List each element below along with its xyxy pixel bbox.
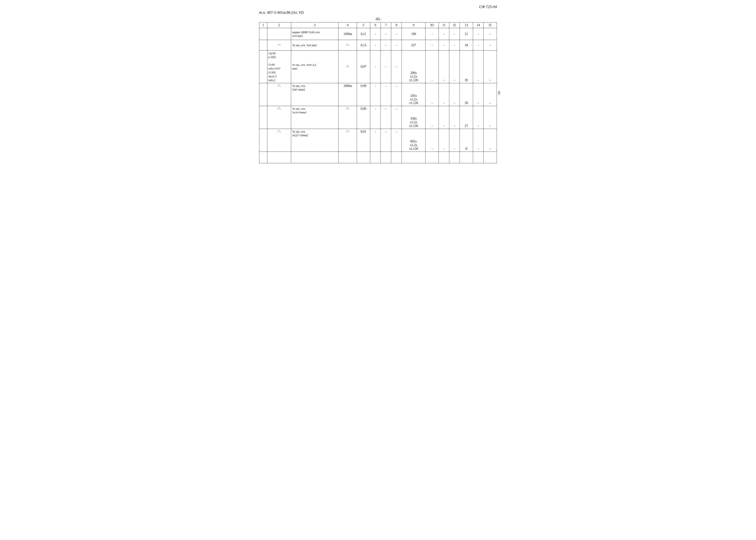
col-header-3: 3 — [291, 22, 339, 28]
cell-5-14: - — [473, 106, 484, 129]
cell-5-15: - — [484, 106, 497, 129]
cell-3-5: 0,07 — [357, 51, 370, 83]
col-header-9: 9 — [402, 22, 426, 28]
cell-5-5: 0,06 — [357, 106, 370, 129]
cell-7-3 — [291, 152, 339, 163]
cell-7-11 — [439, 152, 449, 163]
cell-6-14: - — [473, 129, 484, 152]
cell-7-14 — [473, 152, 484, 163]
cell-5-11: - — [439, 106, 449, 129]
cell-4-8: - — [391, 83, 402, 106]
cell-2-2: -"- — [267, 40, 291, 51]
cell-7-12 — [449, 152, 460, 163]
cell-1-10: - — [426, 28, 439, 40]
cell-7-15 — [484, 152, 497, 163]
cell-6-5: 0,01 — [357, 129, 370, 152]
cell-5-1 — [260, 106, 268, 129]
cell-5-2: -"- — [267, 106, 291, 129]
cell-6-3: То же, сеч.3х25+10мм2 — [291, 129, 339, 152]
col-header-5: 5 — [357, 22, 370, 28]
cell-6-12: - — [449, 129, 460, 152]
col-header-7: 7 — [381, 22, 391, 28]
cell-5-4: -"- — [339, 106, 357, 129]
cell-6-13: 8 — [460, 129, 473, 152]
col-header-15: I5 — [484, 22, 497, 28]
cell-2-13: 34 — [460, 40, 473, 51]
cell-2-11: - — [439, 40, 449, 51]
col-header-10: IO — [426, 22, 439, 28]
cell-5-8: - — [391, 106, 402, 129]
top-left-label: т.п. 407-3-401м.86 (Ал. VI) — [259, 10, 497, 15]
cell-4-2: -"- — [267, 83, 291, 106]
cell-4-15: - -85- — [484, 83, 497, 106]
cell-7-1 — [260, 152, 268, 163]
cell-3-12: - — [449, 51, 460, 83]
cell-3-1 — [260, 51, 268, 83]
cell-4-12: - — [449, 83, 460, 106]
cell-2-7: - — [381, 40, 391, 51]
cell-5-7: - — [381, 106, 391, 129]
cell-2-10: - — [426, 40, 439, 51]
cell-1-6: - — [370, 28, 380, 40]
header-row: 1 2 3 4 5 6 7 8 9 IO 11 I2 13 14 I5 — [260, 22, 497, 28]
main-table: 1 2 3 4 5 6 7 8 9 IO 11 I2 13 14 I5 марк… — [259, 22, 497, 163]
cell-6-1 — [260, 129, 268, 152]
cell-3-13: I9 — [460, 51, 473, 83]
cell-2-3: То же, сеч. 3х4 мм2 — [291, 40, 339, 51]
cell-6-9: 605хх1,2хх1,126 — [402, 129, 426, 152]
cell-1-8: - — [391, 28, 402, 40]
col-header-1: 1 — [260, 22, 268, 28]
col-header-2: 2 — [267, 22, 291, 28]
cell-4-13: 30 — [460, 83, 473, 106]
cell-6-2: -"- — [267, 129, 291, 152]
col-header-6: 6 — [370, 22, 380, 28]
cell-3-9: 200хх1,2хх1,126 — [402, 51, 426, 83]
cell-5-3: То же, сеч.3х10+6мм2 — [291, 106, 339, 129]
cell-6-11: - — [439, 129, 449, 152]
cell-5-13: 27 — [460, 106, 473, 129]
cell-4-6: - — [370, 83, 380, 106]
cell-3-10: - — [426, 51, 439, 83]
table-row: -"- То же, сеч. 3х4 мм2 -"- 0,15 - - - 2… — [260, 40, 497, 51]
table-row: -"- То же, сеч.3х6+4мм2 1000м 0.09 - - -… — [260, 83, 497, 106]
cell-4-1 — [260, 83, 268, 106]
cell-1-12: - — [449, 28, 460, 40]
page-number: -85- — [259, 17, 497, 21]
cell-4-4: 1000м — [339, 83, 357, 106]
top-right-label: СФ 725-04 — [259, 5, 497, 9]
cell-3-7: - — [381, 51, 391, 83]
cell-2-14: - — [473, 40, 484, 51]
cell-5-12: - — [449, 106, 460, 129]
cell-7-5 — [357, 152, 370, 163]
col-header-11: 11 — [439, 22, 449, 28]
table-row: -"- То же, сеч.3х25+10мм2 -"- 0,01 - - -… — [260, 129, 497, 152]
cell-3-15: - — [484, 51, 497, 83]
cell-4-7: - — [381, 83, 391, 106]
cell-7-9 — [402, 152, 426, 163]
col-header-12: I2 — [449, 22, 460, 28]
col-header-14: 14 — [473, 22, 484, 28]
cell-4-9: 245хх1,2хх1,126 — [402, 83, 426, 106]
cell-4-14: - — [473, 83, 484, 106]
cell-1-11: - — [439, 28, 449, 40]
cell-3-6: - — [370, 51, 380, 83]
table-row: марки АВВГ-0,66 сеч.2х4 мм2 1000м 0,11 -… — [260, 28, 497, 40]
cell-1-2 — [267, 28, 291, 40]
cell-1-5: 0,11 — [357, 28, 370, 40]
cell-1-15: - — [484, 28, 497, 40]
cell-2-4: -"- — [339, 40, 357, 51]
cell-7-10 — [426, 152, 439, 163]
col-header-13: 13 — [460, 22, 473, 28]
cell-7-7 — [381, 152, 391, 163]
cell-3-14: - — [473, 51, 484, 83]
cell-6-10: - — [426, 129, 439, 152]
cell-3-4: -"- — [339, 51, 357, 83]
cell-1-1 — [260, 28, 268, 40]
cell-2-9: 227 — [402, 40, 426, 51]
col-header-8: 8 — [391, 22, 402, 28]
cell-6-8: - — [391, 129, 402, 152]
cell-2-5: 0,15 — [357, 40, 370, 51]
cell-3-3: То же, сеч. 3х4+2,5мм2 — [291, 51, 339, 83]
cell-1-9: 190 — [402, 28, 426, 40]
cell-7-8 — [391, 152, 402, 163]
